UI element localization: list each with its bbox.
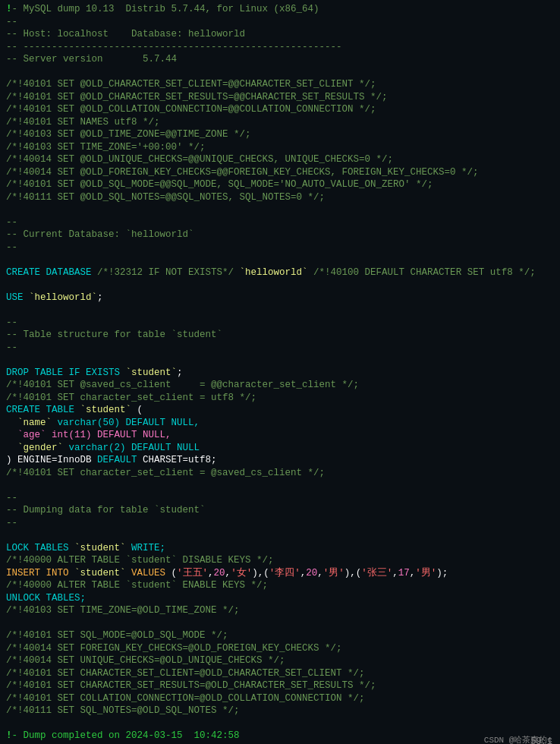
line	[0, 479, 560, 492]
line: `gender` varchar(2) DEFAULT NULL	[0, 442, 560, 455]
line: -- Server version 5.7.44	[0, 53, 560, 66]
watermark: CSDN @哈茶真的c	[484, 734, 552, 745]
line: /*!40101 SET character_set_client = @sav…	[0, 467, 560, 480]
line: CREATE TABLE `student` (	[0, 404, 560, 417]
line	[0, 529, 560, 542]
line: CREATE DATABASE /*!32312 IF NOT EXISTS*/…	[0, 266, 560, 279]
line: --	[0, 241, 560, 254]
line	[0, 254, 560, 266]
line: /*!40111 SET @OLD_SQL_NOTES=@@SQL_NOTES,…	[0, 191, 560, 204]
line: /*!40103 SET TIME_ZONE='+00:00' */;	[0, 141, 560, 154]
line: -- Table structure for table `student`	[0, 329, 560, 342]
line: /*!40101 SET @saved_cs_client = @@charac…	[0, 379, 560, 392]
line: /*!40101 SET @OLD_CHARACTER_SET_RESULTS=…	[0, 91, 560, 104]
line: --	[0, 517, 560, 530]
line: /*!40000 ALTER TABLE `student` ENABLE KE…	[0, 579, 560, 592]
line: --	[0, 342, 560, 355]
line: --	[0, 216, 560, 229]
line: /*!40101 SET CHARACTER_SET_CLIENT=@OLD_C…	[0, 667, 560, 680]
line: /*!40101 SET @OLD_CHARACTER_SET_CLIENT=@…	[0, 78, 560, 91]
line	[0, 617, 560, 630]
line: --	[0, 492, 560, 505]
line: /*!40111 SET SQL_NOTES=@OLD_SQL_NOTES */…	[0, 705, 560, 717]
line: UNLOCK TABLES;	[0, 592, 560, 605]
line: -- -------------------------------------…	[0, 41, 560, 54]
line: --	[0, 16, 560, 29]
line: /*!40014 SET @OLD_FOREIGN_KEY_CHECKS=@@F…	[0, 166, 560, 179]
line: -- Current Database: `helloworld`	[0, 229, 560, 241]
line: /*!40101 SET NAMES utf8 */;	[0, 116, 560, 129]
line	[0, 717, 560, 730]
line: /*!40101 SET character_set_client = utf8…	[0, 392, 560, 405]
line	[0, 203, 560, 216]
line: DROP TABLE IF EXISTS `student`;	[0, 367, 560, 380]
line: -- Dumping data for table `student`	[0, 504, 560, 517]
line	[0, 304, 560, 317]
line: `name` varchar(50) DEFAULT NULL,	[0, 417, 560, 430]
line: `age` int(11) DEFAULT NULL,	[0, 429, 560, 442]
editor-container: !- MySQL dump 10.13 Distrib 5.7.44, for …	[0, 0, 560, 744]
line: /*!40014 SET FOREIGN_KEY_CHECKS=@OLD_FOR…	[0, 642, 560, 655]
line: !- MySQL dump 10.13 Distrib 5.7.44, for …	[0, 3, 560, 16]
line	[0, 279, 560, 292]
line: /*!40000 ALTER TABLE `student` DISABLE K…	[0, 554, 560, 567]
line	[0, 354, 560, 367]
line: /*!40101 SET SQL_MODE=@OLD_SQL_MODE */;	[0, 629, 560, 642]
line: /*!40101 SET CHARACTER_SET_RESULTS=@OLD_…	[0, 679, 560, 692]
line: INSERT INTO `student` VALUES ('王五',20,'女…	[0, 567, 560, 580]
line: /*!40014 SET @OLD_UNIQUE_CHECKS=@@UNIQUE…	[0, 153, 560, 166]
line: /*!40103 SET @OLD_TIME_ZONE=@@TIME_ZONE …	[0, 128, 560, 141]
line: /*!40014 SET UNIQUE_CHECKS=@OLD_UNIQUE_C…	[0, 654, 560, 667]
line: USE `helloworld`;	[0, 292, 560, 304]
line: ) ENGINE=InnoDB DEFAULT CHARSET=utf8;	[0, 454, 560, 467]
lines-container: !- MySQL dump 10.13 Distrib 5.7.44, for …	[0, 3, 560, 742]
line: LOCK TABLES `student` WRITE;	[0, 542, 560, 555]
line: /*!40103 SET TIME_ZONE=@OLD_TIME_ZONE */…	[0, 604, 560, 617]
line: --	[0, 317, 560, 329]
line: /*!40101 SET @OLD_COLLATION_CONNECTION=@…	[0, 103, 560, 116]
line: -- Host: localhost Database: helloworld	[0, 28, 560, 41]
line: /*!40101 SET @OLD_SQL_MODE=@@SQL_MODE, S…	[0, 178, 560, 191]
line	[0, 66, 560, 79]
line: !- Dump completed on 2024-03-15 10:42:58	[0, 730, 560, 742]
line: /*!40101 SET COLLATION_CONNECTION=@OLD_C…	[0, 692, 560, 705]
